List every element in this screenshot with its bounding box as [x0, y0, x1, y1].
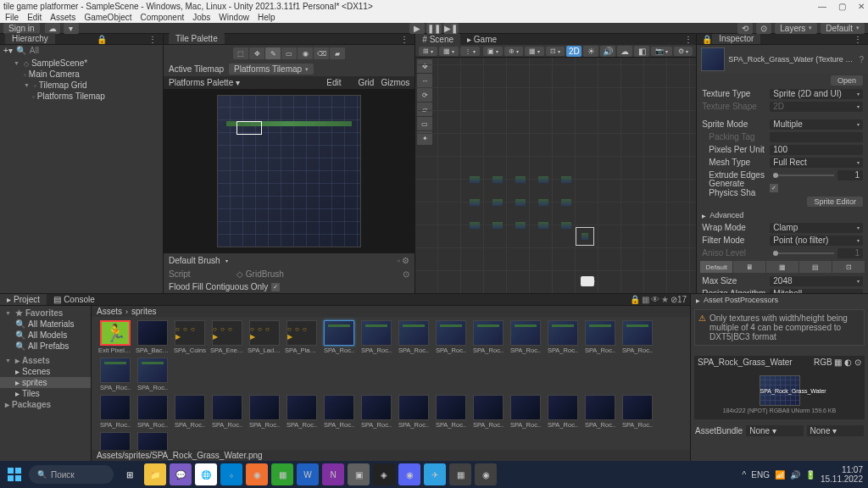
app-onenote[interactable]: N: [322, 463, 344, 485]
gizmos-toggle[interactable]: Gizmos: [381, 78, 409, 87]
folder-sprites[interactable]: ▸ sprites: [0, 377, 91, 388]
scene-camera[interactable]: 📷: [651, 47, 672, 56]
asset-item[interactable]: ○ ○ ○ ▶SPA_Coins: [173, 320, 207, 354]
star-icon[interactable]: ★: [661, 295, 669, 304]
tray-wifi-icon[interactable]: 📶: [775, 470, 785, 480]
scene-snap[interactable]: ⊡: [546, 47, 565, 56]
options-icon[interactable]: ⋮: [684, 35, 693, 44]
asset-item[interactable]: SPA_Roc..: [397, 320, 431, 354]
sprite-mode-dropdown[interactable]: Multiple: [770, 119, 863, 130]
taskview-icon[interactable]: ⊞: [119, 463, 141, 485]
asset-item[interactable]: SPA_Roc..: [136, 395, 170, 429]
menu-component[interactable]: Component: [141, 13, 185, 22]
asset-item[interactable]: SPA_Roc..: [434, 320, 468, 354]
palette-canvas[interactable]: [164, 89, 415, 252]
asset-item[interactable]: 🏃Exit Pixelat..: [98, 320, 132, 354]
camera-gizmo-icon[interactable]: [581, 276, 594, 286]
wrap-dropdown[interactable]: Clamp: [770, 223, 863, 233]
options-icon[interactable]: ⋮: [148, 35, 158, 44]
app-misc2[interactable]: ◉: [475, 463, 497, 485]
minimize-icon[interactable]: —: [818, 2, 826, 11]
folder-scenes[interactable]: ▸ Scenes: [0, 366, 91, 377]
grid-toggle[interactable]: Grid: [359, 78, 375, 87]
assetbundle-dropdown[interactable]: None ▾: [746, 425, 803, 436]
platform-default-tab[interactable]: Default: [700, 261, 732, 273]
move-tool[interactable]: ✥: [249, 47, 264, 59]
scene-tool-2[interactable]: ▦: [439, 47, 459, 56]
menu-edit[interactable]: Edit: [27, 13, 42, 22]
asset-item[interactable]: ○ ○ ○ ▶SPA_Enem..: [210, 320, 244, 354]
asset-item[interactable]: SPA_Roc..: [471, 395, 505, 429]
tray-chevron-icon[interactable]: ^: [743, 470, 747, 480]
scene-tab[interactable]: # Scene: [415, 34, 460, 45]
filter-dropdown[interactable]: Point (no filter): [770, 236, 863, 246]
sprite-editor-button[interactable]: Sprite Editor: [807, 197, 863, 207]
hierarchy-go-camera[interactable]: Main Camera: [0, 69, 163, 80]
scene-grid[interactable]: ▦: [525, 47, 544, 56]
open-button[interactable]: Open: [831, 75, 863, 86]
target-icon[interactable]: ⊙: [403, 269, 409, 279]
console-tab[interactable]: ▤ Console: [47, 294, 102, 305]
asset-item[interactable]: SPA_Roc..: [620, 320, 654, 354]
asset-item[interactable]: SPA_Roc..: [98, 358, 132, 391]
brush-tool[interactable]: ✎: [265, 47, 281, 59]
app-explorer[interactable]: 📁: [144, 463, 166, 485]
scene-fx-icon[interactable]: ☁: [617, 46, 632, 57]
fill-tool[interactable]: ▰: [330, 47, 345, 59]
resize-dropdown[interactable]: Mitchell: [770, 289, 863, 294]
menu-assets[interactable]: Assets: [50, 13, 75, 22]
scene-audio-icon[interactable]: 🔊: [600, 46, 615, 57]
scene-hidden-icon[interactable]: ◧: [634, 46, 649, 57]
menu-file[interactable]: File: [5, 13, 19, 22]
scene-tool-1[interactable]: ⊞: [419, 47, 437, 56]
asset-item[interactable]: SPA_Roc..: [583, 395, 617, 429]
scene-gizmos[interactable]: ⚙: [674, 47, 693, 56]
asset-item[interactable]: SPA_Roc..: [546, 320, 580, 354]
fav-prefabs[interactable]: 🔍 All Prefabs: [0, 341, 91, 352]
menu-jobs[interactable]: Jobs: [192, 13, 210, 22]
packages-header[interactable]: ▸ Packages: [0, 399, 91, 410]
search-top-icon[interactable]: ⊙: [756, 23, 771, 34]
asset-item[interactable]: SPA_Roc..: [434, 395, 468, 429]
tools-icon[interactable]: ▾: [64, 23, 79, 34]
help-icon[interactable]: ?: [859, 55, 864, 64]
rgb-toggle[interactable]: RGB: [814, 358, 832, 367]
fav-materials[interactable]: 🔍 All Materials: [0, 319, 91, 330]
eye-icon[interactable]: 👁: [651, 295, 659, 304]
asset-item[interactable]: SPA_Roc..: [248, 395, 281, 429]
asset-item[interactable]: SPA_Roc..: [397, 395, 431, 429]
edit-button[interactable]: Edit: [326, 78, 341, 87]
meshtype-dropdown[interactable]: Full Rect: [770, 158, 863, 168]
asset-item[interactable]: SPA_Roc..: [285, 395, 319, 429]
tray-volume-icon[interactable]: 🔊: [790, 470, 800, 480]
texture-type-dropdown[interactable]: Sprite (2D and UI): [770, 89, 863, 99]
asset-item[interactable]: SPA_Roc..: [471, 320, 505, 354]
platform-server-tab[interactable]: ▦: [766, 261, 798, 273]
palette-tab[interactable]: Tile Palette: [169, 33, 225, 44]
asset-item[interactable]: SPA_Roc..: [509, 320, 542, 354]
app-misc1[interactable]: ▦: [449, 463, 471, 485]
hierarchy-tab[interactable]: Hierarchy: [5, 33, 55, 44]
signin-button[interactable]: Sign in: [3, 23, 40, 34]
close-icon[interactable]: ✕: [858, 2, 865, 11]
app-telegram[interactable]: ✈: [424, 463, 446, 485]
lock-icon[interactable]: 🔒: [702, 35, 712, 44]
asset-item[interactable]: SPA_Roc..: [98, 432, 132, 450]
tray-lang[interactable]: ENG: [751, 470, 770, 480]
asset-item[interactable]: SPA_Backg..: [136, 320, 170, 354]
eraser-tool[interactable]: ⌫: [314, 47, 329, 59]
app-viber[interactable]: 💬: [170, 463, 192, 485]
layout-dropdown[interactable]: Default: [821, 23, 865, 34]
taskbar-search[interactable]: 🔍 Поиск: [29, 465, 114, 484]
asset-item[interactable]: SPA_Roc..: [583, 320, 617, 354]
favorites-header[interactable]: ★ Favorites: [0, 308, 91, 319]
project-tab[interactable]: ▸ Project: [0, 294, 47, 305]
lock-icon[interactable]: 🔒: [97, 35, 107, 44]
assetbundle-variant[interactable]: None ▾: [807, 425, 864, 436]
app-vscode[interactable]: ⬨: [220, 463, 242, 485]
app-chrome[interactable]: 🌐: [195, 463, 217, 485]
asset-item[interactable]: SPA_Roc..: [546, 395, 580, 429]
menu-help[interactable]: Help: [258, 13, 275, 22]
hierarchy-go-tilemapgrid[interactable]: Tilemap Grid: [0, 80, 163, 91]
maxsize-dropdown[interactable]: 2048: [770, 276, 863, 286]
